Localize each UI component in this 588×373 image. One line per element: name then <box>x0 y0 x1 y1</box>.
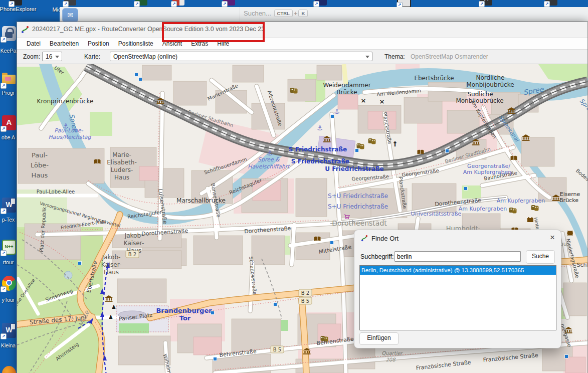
menu-positionsliste[interactable]: Positionsliste <box>114 40 158 47</box>
zoom-select[interactable]: 16 <box>42 52 62 61</box>
desktop-icon-adobe[interactable]: A↗ <box>2 115 16 130</box>
svg-text:S+U Friedrichstraße: S+U Friedrichstraße <box>328 193 388 200</box>
shortcut-arrow-icon: ↗ <box>479 1 485 7</box>
svg-text:S Friedrichstraße: S Friedrichstraße <box>291 158 349 165</box>
menu-position[interactable]: Position <box>83 40 114 47</box>
svg-text:Paul-Löbe-: Paul-Löbe- <box>54 127 83 134</box>
svg-text:Sudliche: Sudliche <box>467 91 493 98</box>
desktop-icon-word-1[interactable]: W↗ <box>2 198 16 213</box>
svg-text:Am Kupfergraben: Am Kupfergraben <box>459 206 507 212</box>
svg-text:S+U Friedrichstraße: S+U Friedrichstraße <box>328 203 388 210</box>
desktop-icon-notepad[interactable]: N++↗ <box>2 240 16 255</box>
desktop-icon-top-9[interactable]: ↗ <box>545 0 557 6</box>
desktop-icon-partial[interactable] <box>2 366 16 373</box>
svg-text:208: 208 <box>385 357 396 362</box>
desktop-icon-label[interactable]: KeePa <box>0 48 17 54</box>
svg-text:Haus: Haus <box>32 171 48 179</box>
svg-text:Paul-Lobe-Allee: Paul-Lobe-Allee <box>37 189 75 195</box>
finde-ort-dialog: Finde Ort × Suchbegriff: Suche Berlin, D… <box>354 230 561 348</box>
svg-text:Monbijoubrücke: Monbijoubrücke <box>456 97 503 104</box>
desktop-icon-top-1[interactable]: ↗ <box>10 0 22 6</box>
desktop-icon-top-7[interactable]: ↗ <box>397 0 411 8</box>
svg-text:Dorotheenstadt: Dorotheenstadt <box>332 219 387 227</box>
desktop-icon-label[interactable]: rtour <box>0 259 17 265</box>
dialog-title: Finde Ort <box>371 235 399 242</box>
svg-text:Quartier: Quartier <box>381 350 403 356</box>
shortcut-arrow-icon: ↗ <box>171 1 177 7</box>
desktop-icon-top-8[interactable]: ✂↗ <box>480 0 492 6</box>
svg-text:Marie-: Marie- <box>112 151 131 158</box>
results-list[interactable]: Berlin, Deutschland (administrative) @ 1… <box>359 265 556 330</box>
svg-text:Spree &: Spree & <box>258 156 280 163</box>
desktop-icon-programme[interactable]: ↗ <box>2 72 16 87</box>
background-search-field[interactable]: Suchen... CTRL+K <box>244 10 309 17</box>
desktop-icon-top-5[interactable]: ↗ <box>223 0 235 6</box>
suchbegriff-label: Suchbegriff: <box>360 253 394 260</box>
shortcut-arrow-icon: ↗ <box>1 250 7 256</box>
svg-text:Kaiser-: Kaiser- <box>101 261 121 268</box>
zoom-label: Zoom: <box>23 53 40 60</box>
svg-text:S Friedrichstraße: S Friedrichstraße <box>289 146 347 153</box>
shortcut-arrow-icon: ↗ <box>134 1 140 7</box>
shortcut-arrow-icon: ↗ <box>1 83 7 89</box>
toolbar-divider <box>240 7 240 21</box>
thema-label: Thema: <box>384 53 405 60</box>
einfuegen-button[interactable]: Einfügen <box>359 332 399 345</box>
svg-text:Brandenburger: Brandenburger <box>156 307 212 314</box>
svg-text:B 5: B 5 <box>273 347 281 352</box>
desktop-icon-top-6[interactable]: ↗ <box>315 0 327 6</box>
chevron-down-icon <box>55 56 59 58</box>
svg-text:Luders-: Luders- <box>111 166 133 173</box>
shortcut-arrow-icon: ↗ <box>313 1 319 7</box>
thema-value: OpenStreetMap Osmarender <box>411 53 488 60</box>
routeconverter-app-icon <box>21 26 29 34</box>
desktop-icon-browser[interactable]: ↗ <box>2 276 16 291</box>
svg-text:Haus: Haus <box>114 174 129 181</box>
svg-text:Haus: Haus <box>104 269 119 276</box>
svg-text:B 2: B 2 <box>301 290 309 296</box>
svg-text:Kaiser-: Kaiser- <box>124 240 144 247</box>
result-row-selected[interactable]: Berlin, Deutschland (administrative) @ 1… <box>360 266 556 275</box>
svg-text:Paul-: Paul- <box>32 151 48 159</box>
desktop-icon-label[interactable]: PhoneExplorer <box>0 6 41 12</box>
svg-text:Universitätsstraße: Universitätsstraße <box>411 211 462 217</box>
svg-text:U Friedrichstraße: U Friedrichstraße <box>325 165 383 172</box>
desktop-icon-label[interactable]: Progr <box>0 90 17 96</box>
red-annotation-box <box>162 22 265 42</box>
desktop-icon-keepass[interactable]: ↗ <box>2 26 16 41</box>
svg-text:Weidendammer: Weidendammer <box>323 82 370 89</box>
menu-bar: Datei Bearbeiten Position Positionsliste… <box>17 37 587 49</box>
desktop-icon-top-2[interactable]: ↗ <box>64 0 76 6</box>
menu-datei[interactable]: Datei <box>22 40 45 47</box>
suche-button[interactable]: Suche <box>526 250 555 264</box>
svg-text:Nördliche: Nördliche <box>476 74 505 81</box>
svg-text:Brücke: Brücke <box>336 89 357 96</box>
svg-text:Elisabeth-: Elisabeth- <box>107 159 137 166</box>
map-select[interactable]: OpenStreetMap (online) <box>110 52 372 61</box>
desktop-icon-word-2[interactable]: W↗ <box>2 323 16 338</box>
svg-text:B 2: B 2 <box>128 252 136 257</box>
shortcut-arrow-icon: ↗ <box>1 126 7 132</box>
shortcut-arrow-icon: ↗ <box>1 333 7 339</box>
routeconverter-app-icon <box>361 235 368 242</box>
desktop-icon-top-3[interactable]: ↗ <box>135 0 147 6</box>
desktop-icon-label[interactable]: yTour <box>0 297 17 303</box>
desktop-icon-label[interactable]: Kleina <box>0 342 17 348</box>
svg-text:Am Kupfergraben: Am Kupfergraben <box>497 198 545 204</box>
close-icon[interactable]: × <box>550 233 555 242</box>
svg-text:Monbijoubrücke: Monbijoubrücke <box>466 81 514 88</box>
mail-icon[interactable]: ✉ <box>62 8 78 23</box>
shortcut-arrow-icon: ↗ <box>544 1 550 7</box>
search-placeholder: Suchen... <box>244 10 271 17</box>
desktop-icon-top-4[interactable]: ↗ <box>172 0 184 6</box>
search-term-input[interactable] <box>395 251 521 262</box>
svg-text:B 5: B 5 <box>301 298 309 304</box>
desktop-icon-label[interactable]: obe A <box>0 134 17 140</box>
ctrl-key-badge: CTRL <box>274 10 293 17</box>
svg-text:Ebertsbrücke: Ebertsbrücke <box>414 75 454 82</box>
menu-bearbeiten[interactable]: Bearbeiten <box>45 40 83 47</box>
k-key-badge: K <box>298 10 308 17</box>
svg-text:Löbe-: Löbe- <box>31 161 49 169</box>
title-bar[interactable]: 20240217_GC ME.gpx - RouteConverter Open… <box>17 22 587 37</box>
desktop-icon-label[interactable]: p-Tex <box>0 217 17 223</box>
